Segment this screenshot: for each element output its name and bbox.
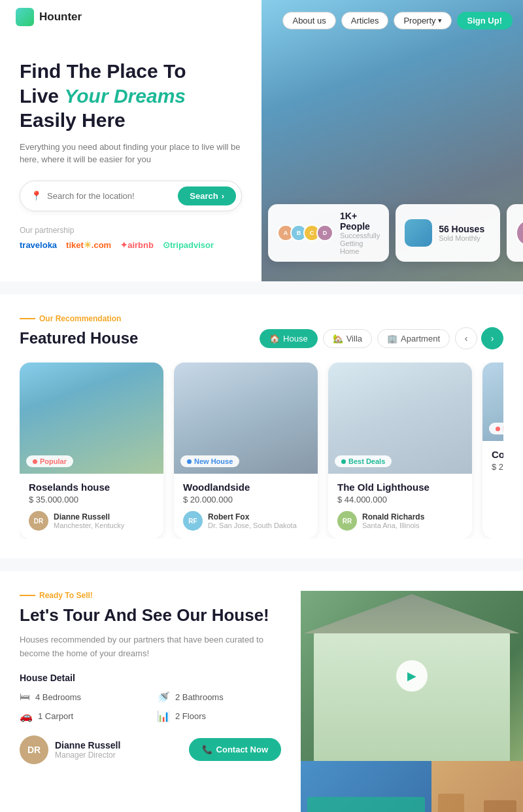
stat-houses-card: 56 Houses Sold Monthly xyxy=(396,204,500,262)
bath-icon: 🚿 xyxy=(157,691,170,703)
tour-section-right: ▶ xyxy=(301,591,523,812)
tour-section-left: Ready To Sell! Let's Tour And See Our Ho… xyxy=(0,591,301,812)
decor-shape-1 xyxy=(438,794,464,812)
prop-name-2: Woodlandside xyxy=(183,482,309,493)
house-detail-label: House Detail xyxy=(20,673,281,683)
play-button[interactable]: ▶ xyxy=(396,660,428,692)
floors-icon: 📊 xyxy=(157,710,170,722)
prop-price-2: $ 20.000.000 xyxy=(183,495,309,504)
stat-house-thumb xyxy=(405,219,432,247)
tour-agent: DR Dianne Russell Manager Director 📞 Con… xyxy=(20,735,281,764)
tour-agent-details: Dianne Russell Manager Director xyxy=(55,740,120,760)
stat-people-card: A B C D 1K+ People Successfully Getting … xyxy=(268,204,389,262)
filter-apartment[interactable]: 🏢 Apartment xyxy=(377,329,450,348)
prop-agent-3: RR Ronald Richards Santa Ana, Illinois xyxy=(337,511,463,531)
tour-agent-info: DR Dianne Russell Manager Director xyxy=(20,735,120,764)
stat-cards: A B C D 1K+ People Successfully Getting … xyxy=(268,204,523,262)
hero-title: Find The Place To Live Your Dreams Easil… xyxy=(20,59,242,133)
section-header: Featured House 🏠 House 🏡 Villa 🏢 Apartme… xyxy=(20,327,503,349)
search-button[interactable]: Search › xyxy=(178,186,236,205)
interior-image-1 xyxy=(301,761,431,812)
hero-image: About us Articles Property Sign Up! A B … xyxy=(262,0,523,281)
tour-desc: Houses recommended by our partners that … xyxy=(20,633,281,661)
card-body-1: Roselands house $ 35.000.000 DR Dianne R… xyxy=(20,474,163,538)
card-body-2: Woodlandside $ 20.000.000 RF Robert Fox … xyxy=(174,474,318,538)
prop-name-3: The Old Lighthouse xyxy=(337,482,463,493)
stat-people-label: Successfully Getting Home xyxy=(340,232,380,255)
tour-agent-avatar: DR xyxy=(20,735,48,764)
filter-villa[interactable]: 🏡 Villa xyxy=(323,329,372,348)
tour-interior-images xyxy=(301,761,523,812)
detail-grid: 🛏 4 Bedrooms 🚿 2 Bathrooms 🚗 1 Carport 📊… xyxy=(20,691,281,722)
articles-link[interactable]: Articles xyxy=(341,12,389,29)
property-card-3[interactable]: Best Deals The Old Lighthouse $ 44.000.0… xyxy=(328,362,472,538)
tour-title: Let's Tour And See Our House! xyxy=(20,605,281,626)
search-bar: 📍 Search › xyxy=(20,181,242,211)
card-image-1: Popular xyxy=(20,362,163,474)
interior-image-2 xyxy=(431,761,523,812)
search-input[interactable] xyxy=(47,191,178,201)
hero-subtitle: Everything you need about finding your p… xyxy=(20,141,242,166)
stat-people-info: 1K+ People Successfully Getting Home xyxy=(340,211,380,255)
agent-info-1: Dianne Russell Manchester, Kentucky xyxy=(54,512,124,529)
stat-houses-value: 56 Houses xyxy=(439,224,491,234)
partnership-label: Our partnership xyxy=(20,226,242,235)
property-dropdown[interactable]: Property xyxy=(394,12,451,29)
logo[interactable]: Hounter xyxy=(16,8,82,26)
card-image-3: Best Deals xyxy=(328,362,472,474)
about-link[interactable]: About us xyxy=(282,12,335,29)
stat-avatars: A B C D xyxy=(277,224,333,241)
prev-btn[interactable]: ‹ xyxy=(455,327,477,349)
house-roof xyxy=(304,594,520,633)
agent-loc-2: Dr. San Jose, South Dakota xyxy=(208,521,297,529)
agent-name-1: Dianne Russell xyxy=(54,512,124,521)
detail-bathrooms: 🚿 2 Bathrooms xyxy=(157,691,281,703)
apartment-icon: 🏢 xyxy=(387,334,397,344)
agent-info-3: Ronald Richards Santa Ana, Illinois xyxy=(362,512,424,529)
badge-popular-1: Popular xyxy=(26,455,73,467)
avatar-4: D xyxy=(316,224,333,241)
prop-name-4: Cosmo's xyxy=(492,449,503,460)
avatar-extra: J xyxy=(516,221,523,245)
prop-price-1: $ 35.000.000 xyxy=(29,495,154,504)
agent-name-3: Ronald Richards xyxy=(362,512,424,521)
partner-traveloka: traveloka xyxy=(20,240,57,250)
detail-bedrooms: 🛏 4 Bedrooms xyxy=(20,691,144,703)
agent-name-2: Robert Fox xyxy=(208,512,297,521)
partner-tiket: tiket☀.com xyxy=(66,240,111,250)
villa-icon: 🏡 xyxy=(333,334,343,344)
detail-floors: 📊 2 Floors xyxy=(157,710,281,722)
agent-avatar-1: DR xyxy=(29,511,48,531)
agent-info-2: Robert Fox Dr. San Jose, South Dakota xyxy=(208,512,297,529)
agent-loc-3: Santa Ana, Illinois xyxy=(362,521,424,529)
contact-button[interactable]: 📞 Contact Now xyxy=(189,738,281,761)
property-card-4[interactable]: Popular Cosmo's $ 22.000.0... xyxy=(482,362,503,538)
card-image-2: New House xyxy=(174,362,318,474)
signup-button[interactable]: Sign Up! xyxy=(457,12,513,29)
partner-airbnb: ✦airbnb xyxy=(120,240,154,250)
card-body-3: The Old Lighthouse $ 44.000.000 RR Ronal… xyxy=(328,474,472,538)
agent-loc-1: Manchester, Kentucky xyxy=(54,521,124,529)
featured-section: Our Recommendation Featured House 🏠 Hous… xyxy=(0,294,523,558)
phone-icon: 📞 xyxy=(202,745,212,754)
house-icon: 🏠 xyxy=(269,334,280,344)
next-btn[interactable]: › xyxy=(481,327,503,349)
filter-house[interactable]: 🏠 House xyxy=(260,329,318,348)
stat-people-value: 1K+ People xyxy=(340,211,380,232)
stat-extra-card: J xyxy=(507,204,523,262)
detail-carport: 🚗 1 Carport xyxy=(20,710,144,722)
bed-icon: 🛏 xyxy=(20,691,30,703)
sofa-shape xyxy=(307,797,425,812)
house-body xyxy=(314,630,510,761)
prop-agent-2: RF Robert Fox Dr. San Jose, South Dakota xyxy=(183,511,309,531)
property-cards-row: Popular Roselands house $ 35.000.000 DR … xyxy=(20,362,503,538)
badge-new-2: New House xyxy=(180,455,239,467)
agent-avatar-3: RR xyxy=(337,511,357,531)
prop-agent-1: DR Dianne Russell Manchester, Kentucky xyxy=(29,511,154,531)
property-card-1[interactable]: Popular Roselands house $ 35.000.000 DR … xyxy=(20,362,163,538)
property-card-2[interactable]: New House Woodlandside $ 20.000.000 RF R… xyxy=(174,362,318,538)
stat-houses-label: Sold Monthly xyxy=(439,234,491,242)
agent-avatar-2: RF xyxy=(183,511,203,531)
logo-icon xyxy=(16,8,34,26)
tour-main-image: ▶ xyxy=(301,591,523,761)
